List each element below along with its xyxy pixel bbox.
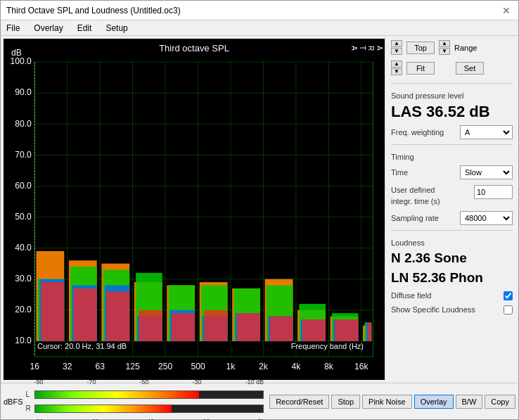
menu-file[interactable]: File bbox=[4, 23, 23, 34]
svg-text:100.0: 100.0 bbox=[10, 56, 32, 66]
range-down-btn[interactable]: ▼ bbox=[439, 48, 450, 55]
freq-weighting-row: Freq. weighting A B C bbox=[391, 125, 513, 139]
copy-button[interactable]: Copy bbox=[485, 395, 515, 409]
record-reset-button[interactable]: Record/Reset bbox=[269, 395, 329, 409]
diffuse-field-row: Diffuse field bbox=[391, 291, 513, 300]
top-down-btn[interactable]: ▼ bbox=[391, 48, 402, 55]
loudness-value-2: LN 52.36 Phon bbox=[391, 269, 513, 286]
l-bar-fill bbox=[35, 391, 200, 398]
svg-text:32: 32 bbox=[63, 362, 72, 371]
r-bar-label: R bbox=[26, 405, 33, 412]
time-dropdown[interactable]: Slow Fast bbox=[460, 165, 513, 179]
tick-top-1: -90 bbox=[34, 378, 44, 386]
svg-text:70.0: 70.0 bbox=[15, 150, 32, 160]
overlay-button[interactable]: Overlay bbox=[414, 395, 454, 409]
tick-bot-4: -20 bbox=[200, 418, 210, 421]
fit-up-btn[interactable]: ▲ bbox=[391, 61, 402, 68]
sampling-rate-dropdown[interactable]: 48000 44100 bbox=[460, 211, 513, 225]
time-row: Time Slow Fast bbox=[391, 165, 513, 179]
tick-bot-3: -40 bbox=[145, 418, 154, 421]
sampling-rate-label: Sampling rate bbox=[391, 214, 439, 222]
diffuse-field-checkbox[interactable] bbox=[504, 291, 513, 300]
pink-noise-button[interactable]: Pink Noise bbox=[362, 395, 412, 409]
bw-button[interactable]: B/W bbox=[456, 395, 483, 409]
menu-bar: File Overlay Edit Setup bbox=[1, 20, 518, 36]
tick-top-4: -30 bbox=[193, 378, 202, 386]
diffuse-field-label: Diffuse field bbox=[391, 291, 431, 300]
svg-text:4k: 4k bbox=[291, 362, 301, 371]
fit-button[interactable]: Fit bbox=[406, 62, 435, 75]
show-specific-label: Show Specific Loudness bbox=[391, 305, 475, 314]
title-bar: Third Octave SPL and Loudness (Untitled.… bbox=[1, 1, 518, 20]
time-label: Time bbox=[391, 168, 408, 177]
svg-text:80.0: 80.0 bbox=[15, 119, 32, 129]
user-defined-label: User definedintegr. time (s) bbox=[391, 185, 440, 207]
spl-value: LAS 36.52 dB bbox=[391, 103, 513, 121]
menu-setup[interactable]: Setup bbox=[103, 23, 130, 34]
show-specific-checkbox[interactable] bbox=[504, 305, 513, 314]
svg-text:16: 16 bbox=[30, 362, 39, 371]
loudness-value-1: N 2.36 Sone bbox=[391, 250, 513, 267]
cursor-info: Cursor: 20.0 Hz, 31.94 dB bbox=[37, 342, 127, 350]
show-specific-row: Show Specific Loudness bbox=[391, 305, 513, 314]
tick-bot-5: dB bbox=[256, 418, 264, 421]
l-bar-label: L bbox=[26, 390, 33, 398]
separator-3 bbox=[391, 230, 513, 231]
svg-text:500: 500 bbox=[191, 362, 205, 371]
loudness-section-label: Loudness bbox=[391, 238, 513, 247]
svg-rect-83 bbox=[106, 291, 129, 341]
action-buttons: Record/Reset Stop Pink Noise Overlay B/W… bbox=[269, 395, 515, 409]
fit-down-btn[interactable]: ▼ bbox=[391, 68, 402, 75]
tick-top-5: -10 dB bbox=[245, 378, 264, 386]
user-defined-row: User definedintegr. time (s) bbox=[391, 185, 513, 207]
close-button[interactable]: ✕ bbox=[500, 4, 513, 17]
svg-text:63: 63 bbox=[95, 362, 105, 371]
separator-1 bbox=[391, 83, 513, 84]
svg-text:30.0: 30.0 bbox=[15, 274, 32, 284]
svg-text:60.0: 60.0 bbox=[15, 181, 32, 191]
top-up-btn[interactable]: ▲ bbox=[391, 40, 402, 47]
chart-svg: 100.0 90.0 80.0 70.0 60.0 50.0 40.0 30.0… bbox=[4, 39, 385, 380]
svg-rect-89 bbox=[302, 319, 326, 341]
svg-rect-84 bbox=[139, 310, 162, 341]
top-button[interactable]: Top bbox=[406, 42, 435, 54]
tick-marks-top: -90 -70 -50 -30 -10 dB bbox=[34, 377, 264, 387]
svg-text:2k: 2k bbox=[259, 362, 269, 371]
sampling-rate-row: Sampling rate 48000 44100 bbox=[391, 211, 513, 225]
svg-text:10.0: 10.0 bbox=[15, 336, 32, 345]
main-content: Third octave SPL ARTA bbox=[1, 36, 518, 383]
tick-marks-bottom: -80 -60 -40 -20 dB bbox=[34, 416, 264, 421]
user-defined-input[interactable] bbox=[474, 185, 513, 199]
svg-text:50.0: 50.0 bbox=[15, 212, 32, 222]
level-bar-r-row: R bbox=[26, 402, 264, 415]
svg-rect-91 bbox=[368, 322, 372, 341]
svg-rect-88 bbox=[269, 317, 293, 341]
l-bar-track bbox=[34, 390, 264, 399]
svg-rect-90 bbox=[335, 319, 358, 341]
level-bar-l-row: L bbox=[26, 388, 264, 401]
top-spinners: ▲ ▼ bbox=[391, 40, 402, 55]
menu-overlay[interactable]: Overlay bbox=[31, 23, 65, 34]
range-up-btn[interactable]: ▲ bbox=[439, 40, 450, 47]
window-title: Third Octave SPL and Loudness (Untitled.… bbox=[6, 6, 181, 15]
fit-spinners: ▲ ▼ bbox=[391, 61, 402, 75]
svg-text:8k: 8k bbox=[324, 362, 334, 371]
timing-section-label: Timing bbox=[391, 153, 513, 161]
r-bar-fill bbox=[35, 405, 172, 412]
main-window: Third Octave SPL and Loudness (Untitled.… bbox=[0, 0, 519, 420]
svg-rect-85 bbox=[172, 313, 195, 341]
spl-section-label: Sound pressure level bbox=[391, 91, 513, 100]
dbfs-label: dBFS bbox=[4, 397, 23, 406]
set-button[interactable]: Set bbox=[456, 62, 484, 75]
range-spinners: ▲ ▼ bbox=[439, 40, 450, 55]
top-controls: ▲ ▼ Top ▲ ▼ Range bbox=[391, 40, 513, 55]
freq-weighting-dropdown[interactable]: A B C bbox=[460, 125, 513, 139]
fit-controls: ▲ ▼ Fit Set bbox=[391, 61, 513, 75]
menu-edit[interactable]: Edit bbox=[75, 23, 95, 34]
right-panel: ▲ ▼ Top ▲ ▼ Range ▲ ▼ Fit Set bbox=[385, 36, 518, 383]
stop-button[interactable]: Stop bbox=[331, 395, 360, 409]
svg-text:1k: 1k bbox=[226, 362, 236, 371]
r-bar-track bbox=[34, 405, 264, 413]
svg-rect-82 bbox=[74, 288, 97, 341]
tick-top-3: -50 bbox=[140, 378, 149, 386]
